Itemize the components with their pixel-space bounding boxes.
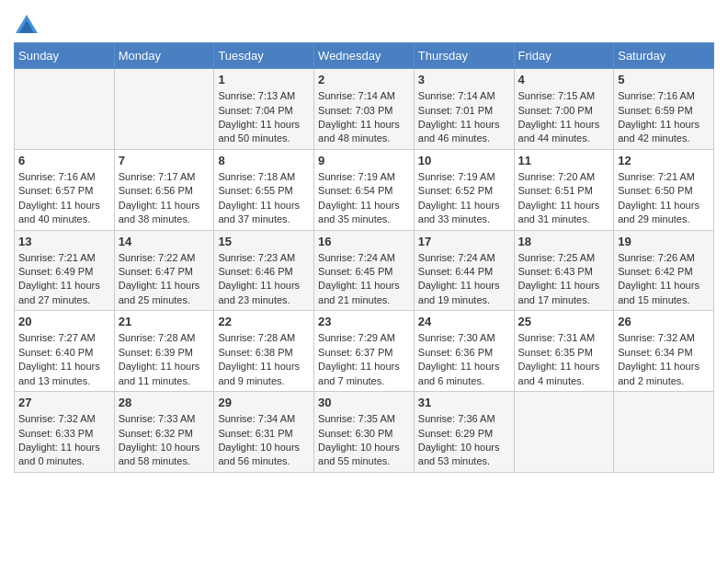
cell-3-0: 20Sunrise: 7:27 AM Sunset: 6:40 PM Dayli… (15, 311, 115, 392)
cell-content: Sunrise: 7:22 AM Sunset: 6:47 PM Dayligh… (119, 251, 210, 308)
day-number: 12 (618, 153, 710, 169)
day-number: 1 (218, 72, 310, 88)
header-tuesday: Tuesday (214, 43, 314, 69)
week-row-1: 6Sunrise: 7:16 AM Sunset: 6:57 PM Daylig… (15, 149, 714, 230)
cell-3-3: 23Sunrise: 7:29 AM Sunset: 6:37 PM Dayli… (314, 311, 415, 392)
cell-4-4: 31Sunrise: 7:36 AM Sunset: 6:29 PM Dayli… (414, 392, 514, 473)
calendar-table: SundayMondayTuesdayWednesdayThursdayFrid… (14, 42, 714, 473)
day-number: 23 (318, 314, 410, 330)
header-row: SundayMondayTuesdayWednesdayThursdayFrid… (15, 43, 714, 69)
day-number: 19 (618, 234, 710, 250)
day-number: 22 (218, 314, 310, 330)
cell-1-4: 10Sunrise: 7:19 AM Sunset: 6:52 PM Dayli… (414, 149, 514, 230)
cell-content: Sunrise: 7:19 AM Sunset: 6:52 PM Dayligh… (418, 170, 510, 227)
cell-3-5: 25Sunrise: 7:31 AM Sunset: 6:35 PM Dayli… (514, 311, 614, 392)
cell-content: Sunrise: 7:14 AM Sunset: 7:03 PM Dayligh… (318, 89, 410, 146)
cell-2-2: 15Sunrise: 7:23 AM Sunset: 6:46 PM Dayli… (214, 230, 314, 311)
day-number: 2 (318, 72, 410, 88)
cell-content: Sunrise: 7:16 AM Sunset: 6:57 PM Dayligh… (18, 170, 110, 227)
week-row-3: 20Sunrise: 7:27 AM Sunset: 6:40 PM Dayli… (15, 311, 714, 392)
day-number: 17 (418, 234, 510, 250)
day-number: 13 (18, 234, 110, 250)
cell-4-5 (514, 392, 614, 473)
week-row-2: 13Sunrise: 7:21 AM Sunset: 6:49 PM Dayli… (15, 230, 714, 311)
cell-2-1: 14Sunrise: 7:22 AM Sunset: 6:47 PM Dayli… (114, 230, 214, 311)
header (14, 9, 714, 39)
cell-content: Sunrise: 7:36 AM Sunset: 6:29 PM Dayligh… (418, 412, 510, 469)
day-number: 26 (618, 314, 710, 330)
day-number: 30 (318, 395, 410, 411)
cell-content: Sunrise: 7:21 AM Sunset: 6:50 PM Dayligh… (618, 170, 710, 227)
day-number: 6 (18, 153, 110, 169)
day-number: 11 (518, 153, 610, 169)
cell-2-0: 13Sunrise: 7:21 AM Sunset: 6:49 PM Dayli… (15, 230, 115, 311)
cell-content: Sunrise: 7:35 AM Sunset: 6:30 PM Dayligh… (318, 412, 410, 469)
cell-content: Sunrise: 7:17 AM Sunset: 6:56 PM Dayligh… (119, 170, 210, 227)
cell-4-6 (614, 392, 714, 473)
cell-content: Sunrise: 7:24 AM Sunset: 6:45 PM Dayligh… (318, 251, 410, 308)
cell-content: Sunrise: 7:28 AM Sunset: 6:38 PM Dayligh… (218, 331, 310, 388)
header-sunday: Sunday (15, 43, 115, 69)
cell-content: Sunrise: 7:13 AM Sunset: 7:04 PM Dayligh… (218, 89, 310, 146)
cell-3-6: 26Sunrise: 7:32 AM Sunset: 6:34 PM Dayli… (614, 311, 714, 392)
day-number: 27 (18, 395, 110, 411)
cell-0-2: 1Sunrise: 7:13 AM Sunset: 7:04 PM Daylig… (214, 69, 314, 150)
header-wednesday: Wednesday (314, 43, 415, 69)
cell-content: Sunrise: 7:32 AM Sunset: 6:33 PM Dayligh… (18, 412, 110, 469)
cell-4-2: 29Sunrise: 7:34 AM Sunset: 6:31 PM Dayli… (214, 392, 314, 473)
cell-0-5: 4Sunrise: 7:15 AM Sunset: 7:00 PM Daylig… (514, 69, 614, 150)
cell-content: Sunrise: 7:32 AM Sunset: 6:34 PM Dayligh… (618, 331, 710, 388)
cell-1-3: 9Sunrise: 7:19 AM Sunset: 6:54 PM Daylig… (314, 149, 415, 230)
cell-content: Sunrise: 7:23 AM Sunset: 6:46 PM Dayligh… (218, 251, 310, 308)
cell-0-1 (114, 69, 214, 150)
cell-3-1: 21Sunrise: 7:28 AM Sunset: 6:39 PM Dayli… (114, 311, 214, 392)
day-number: 3 (418, 72, 510, 88)
cell-content: Sunrise: 7:31 AM Sunset: 6:35 PM Dayligh… (518, 331, 610, 388)
cell-content: Sunrise: 7:14 AM Sunset: 7:01 PM Dayligh… (418, 89, 510, 146)
cell-content: Sunrise: 7:24 AM Sunset: 6:44 PM Dayligh… (418, 251, 510, 308)
day-number: 10 (418, 153, 510, 169)
cell-1-2: 8Sunrise: 7:18 AM Sunset: 6:55 PM Daylig… (214, 149, 314, 230)
cell-4-1: 28Sunrise: 7:33 AM Sunset: 6:32 PM Dayli… (114, 392, 214, 473)
cell-3-4: 24Sunrise: 7:30 AM Sunset: 6:36 PM Dayli… (414, 311, 514, 392)
day-number: 4 (518, 72, 610, 88)
day-number: 7 (119, 153, 210, 169)
cell-content: Sunrise: 7:29 AM Sunset: 6:37 PM Dayligh… (318, 331, 410, 388)
cell-content: Sunrise: 7:21 AM Sunset: 6:49 PM Dayligh… (18, 251, 110, 308)
cell-1-0: 6Sunrise: 7:16 AM Sunset: 6:57 PM Daylig… (15, 149, 115, 230)
day-number: 25 (518, 314, 610, 330)
cell-2-6: 19Sunrise: 7:26 AM Sunset: 6:42 PM Dayli… (614, 230, 714, 311)
day-number: 18 (518, 234, 610, 250)
day-number: 9 (318, 153, 410, 169)
day-number: 14 (119, 234, 210, 250)
cell-2-3: 16Sunrise: 7:24 AM Sunset: 6:45 PM Dayli… (314, 230, 415, 311)
cell-content: Sunrise: 7:15 AM Sunset: 7:00 PM Dayligh… (518, 89, 610, 146)
cell-content: Sunrise: 7:30 AM Sunset: 6:36 PM Dayligh… (418, 331, 510, 388)
cell-content: Sunrise: 7:33 AM Sunset: 6:32 PM Dayligh… (119, 412, 210, 469)
header-monday: Monday (114, 43, 214, 69)
cell-0-6: 5Sunrise: 7:16 AM Sunset: 6:59 PM Daylig… (614, 69, 714, 150)
page: SundayMondayTuesdayWednesdayThursdayFrid… (0, 0, 728, 487)
header-thursday: Thursday (414, 43, 514, 69)
day-number: 15 (218, 234, 310, 250)
week-row-4: 27Sunrise: 7:32 AM Sunset: 6:33 PM Dayli… (15, 392, 714, 473)
week-row-0: 1Sunrise: 7:13 AM Sunset: 7:04 PM Daylig… (15, 69, 714, 150)
cell-content: Sunrise: 7:27 AM Sunset: 6:40 PM Dayligh… (18, 331, 110, 388)
header-saturday: Saturday (614, 43, 714, 69)
day-number: 21 (119, 314, 210, 330)
logo-icon (14, 13, 40, 39)
day-number: 24 (418, 314, 510, 330)
cell-content: Sunrise: 7:26 AM Sunset: 6:42 PM Dayligh… (618, 251, 710, 308)
day-number: 16 (318, 234, 410, 250)
cell-4-0: 27Sunrise: 7:32 AM Sunset: 6:33 PM Dayli… (15, 392, 115, 473)
day-number: 28 (119, 395, 210, 411)
day-number: 8 (218, 153, 310, 169)
cell-0-0 (15, 69, 115, 150)
cell-content: Sunrise: 7:34 AM Sunset: 6:31 PM Dayligh… (218, 412, 310, 469)
cell-4-3: 30Sunrise: 7:35 AM Sunset: 6:30 PM Dayli… (314, 392, 415, 473)
cell-0-3: 2Sunrise: 7:14 AM Sunset: 7:03 PM Daylig… (314, 69, 415, 150)
cell-content: Sunrise: 7:28 AM Sunset: 6:39 PM Dayligh… (119, 331, 210, 388)
cell-0-4: 3Sunrise: 7:14 AM Sunset: 7:01 PM Daylig… (414, 69, 514, 150)
cell-content: Sunrise: 7:20 AM Sunset: 6:51 PM Dayligh… (518, 170, 610, 227)
cell-1-5: 11Sunrise: 7:20 AM Sunset: 6:51 PM Dayli… (514, 149, 614, 230)
